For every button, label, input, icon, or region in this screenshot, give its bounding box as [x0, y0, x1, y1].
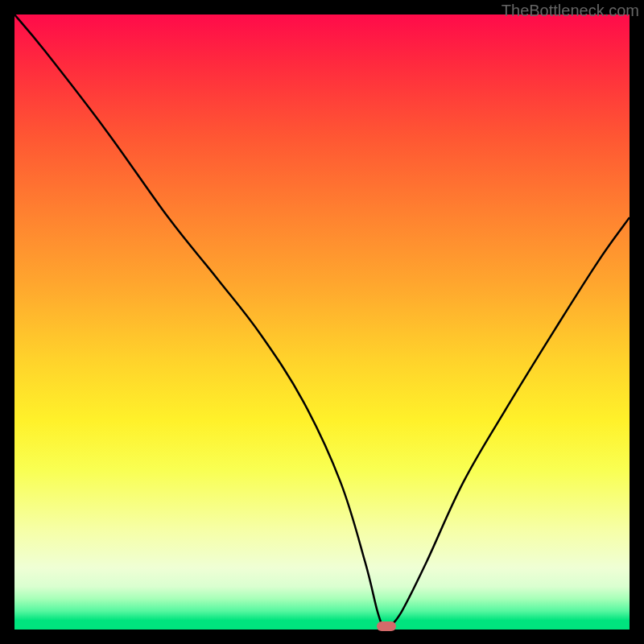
watermark-text: TheBottleneck.com — [502, 2, 639, 20]
bottleneck-curve-line — [14, 14, 630, 629]
bottleneck-curve-svg — [14, 14, 630, 630]
chart-plot-area — [14, 14, 630, 630]
optimum-marker — [377, 621, 396, 631]
